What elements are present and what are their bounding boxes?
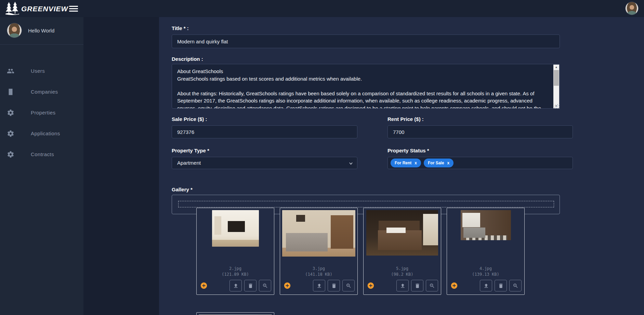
sale-price-label: Sale Price ($) : (172, 116, 357, 122)
description-scrollbar[interactable]: ▲ ▼ (553, 65, 559, 109)
sidebar-item-label: Properties (31, 110, 55, 115)
status-tag-label: For Sale (428, 161, 444, 165)
gallery-file-size: (98.2 KB) (364, 272, 441, 277)
profile-avatar[interactable] (7, 23, 22, 38)
gallery-file-size: (139.13 KB) (447, 272, 524, 277)
gear-icon (7, 151, 14, 158)
users-icon (7, 67, 14, 75)
gallery-file-size: (141.18 KB) (280, 272, 357, 277)
gallery-thumbnail[interactable] (212, 210, 259, 247)
content-panel: Title * : Description : About GreatSchoo… (159, 17, 644, 315)
building-icon (7, 88, 14, 96)
remove-tag-icon[interactable]: x (447, 161, 449, 165)
property-type-label: Property Type * (172, 148, 357, 153)
brand-name: GREENVIEW (21, 5, 68, 13)
sidebar-item-label: Companies (31, 89, 58, 95)
add-image-icon[interactable] (367, 282, 374, 289)
sidebar-item-label: Users (31, 68, 45, 74)
zoom-button[interactable] (259, 280, 271, 291)
profile-greeting: Hello World (28, 28, 54, 33)
delete-button[interactable] (495, 280, 507, 291)
brand-logo[interactable]: GREENVIEW (5, 1, 68, 16)
menu-toggle-button[interactable] (69, 4, 79, 13)
sidebar-item-label: Contracts (31, 151, 54, 157)
sidebar-item-label: Applications (31, 131, 60, 136)
property-status-label: Property Status * (387, 148, 573, 153)
gear-icon (7, 109, 14, 117)
gallery-item (196, 312, 274, 315)
sidebar: Hello World Users Companies Properties A (0, 17, 83, 315)
topbar: GREENVIEW (0, 0, 644, 17)
gallery-file-size: (121.89 KB) (197, 272, 274, 277)
sale-price-input[interactable] (172, 125, 357, 138)
user-avatar[interactable] (625, 2, 639, 15)
zoom-button[interactable] (426, 280, 438, 291)
gallery-file-name: 3.jpg (280, 266, 357, 271)
scroll-up-icon[interactable]: ▲ (553, 65, 559, 70)
upload-button[interactable] (313, 280, 325, 291)
status-tag: For Rent x (391, 159, 421, 167)
sidebar-nav: Users Companies Properties Applications … (0, 60, 83, 165)
add-image-icon[interactable] (200, 282, 208, 289)
gallery-dropzone[interactable] (178, 201, 554, 207)
gallery-thumbnail[interactable] (282, 210, 355, 257)
delete-button[interactable] (328, 280, 340, 291)
sidebar-item-properties[interactable]: Properties (0, 102, 83, 123)
delete-button[interactable] (411, 280, 423, 291)
sidebar-item-contracts[interactable]: Contracts (0, 144, 83, 165)
gallery-file-name: 2.jpg (197, 266, 274, 271)
rent-price-label: Rent Price ($) : (387, 116, 573, 122)
add-image-icon[interactable] (284, 282, 291, 289)
resize-handle[interactable] (554, 104, 560, 109)
title-label: Title * : (172, 25, 189, 31)
property-edit-form: Title * : Description : About GreatSchoo… (172, 17, 560, 117)
gallery-label: Gallery * (172, 187, 193, 192)
pine-trees-icon (5, 1, 20, 16)
gear-icon (7, 130, 14, 137)
gallery-file-name: 4.jpg (447, 266, 524, 271)
sidebar-item-companies[interactable]: Companies (0, 81, 83, 102)
property-type-select[interactable]: Apartment (172, 157, 357, 169)
title-input[interactable] (172, 35, 560, 48)
property-type-value: Apartment (177, 160, 201, 166)
rent-price-input[interactable] (387, 125, 573, 138)
scrollbar-thumb[interactable] (554, 70, 559, 86)
status-tag-label: For Rent (395, 161, 411, 165)
zoom-button[interactable] (509, 280, 522, 291)
delete-button[interactable] (244, 280, 257, 291)
upload-button[interactable] (396, 280, 409, 291)
status-tag: For Sale x (424, 159, 454, 167)
description-textarea[interactable]: About GreatSchools GreatSchools ratings … (172, 64, 560, 109)
remove-tag-icon[interactable]: x (415, 161, 417, 165)
gallery-thumbnail[interactable] (461, 210, 511, 240)
sidebar-item-users[interactable]: Users (0, 60, 83, 81)
main-area: Title * : Description : About GreatSchoo… (83, 17, 644, 315)
gallery-cards-row: 2.jpg (121.89 KB) 3.jpg (141.18 KB (196, 208, 525, 295)
chevron-down-icon (349, 161, 353, 165)
description-text: About GreatSchools GreatSchools ratings … (177, 68, 551, 109)
sidebar-item-applications[interactable]: Applications (0, 123, 83, 144)
gallery-item: 5.jpg (98.2 KB) (363, 208, 441, 295)
sidebar-divider (0, 44, 83, 45)
property-status-field[interactable]: For Rent x For Sale x (387, 157, 573, 169)
gallery-item: 2.jpg (121.89 KB) (196, 208, 274, 295)
gallery-item: 3.jpg (141.18 KB) (280, 208, 358, 295)
add-image-icon[interactable] (450, 282, 458, 289)
gallery-item: 4.jpg (139.13 KB) (447, 208, 525, 295)
upload-button[interactable] (480, 280, 492, 291)
upload-button[interactable] (229, 280, 242, 291)
gallery-file-name: 5.jpg (364, 266, 441, 271)
zoom-button[interactable] (342, 280, 355, 291)
description-label: Description : (172, 56, 203, 62)
gallery-thumbnail[interactable] (366, 210, 438, 256)
sidebar-profile: Hello World (0, 17, 83, 44)
